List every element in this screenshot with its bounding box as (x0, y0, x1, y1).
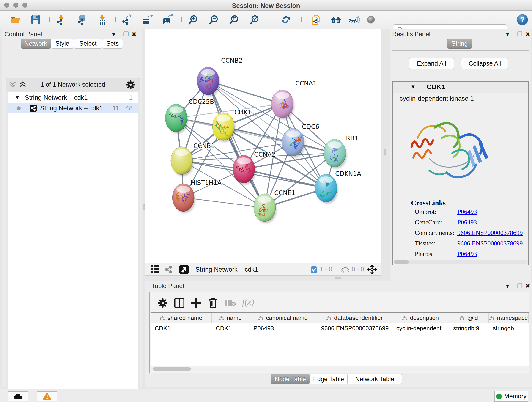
crosslink-value-link[interactable]: 9606.ENSP00000378699 (457, 240, 523, 247)
zoom-selected-icon[interactable] (248, 14, 260, 26)
table-cell[interactable]: CDK1 (212, 323, 249, 333)
table-cell[interactable]: cyclin-dependent ... (392, 323, 449, 333)
table-hscrollbar[interactable] (151, 367, 528, 371)
crosslink-value-link[interactable]: P06493 (457, 208, 477, 215)
right-splitter-handle[interactable] (384, 148, 386, 155)
column-header-description[interactable]: description (392, 313, 449, 323)
float-panel-icon[interactable]: ❐ (517, 283, 522, 289)
warning-button[interactable] (37, 391, 57, 401)
import-network-file-icon[interactable] (55, 14, 67, 26)
plus-icon[interactable] (191, 298, 201, 308)
column-header-canonicalname[interactable]: canonical name (249, 313, 317, 323)
import-table-icon[interactable] (96, 14, 108, 26)
network-tree-row[interactable]: String Network – cdk1 11 48 (8, 103, 138, 114)
help-icon[interactable]: ? (516, 14, 528, 26)
open-session-icon[interactable] (9, 14, 21, 26)
export-table-icon[interactable] (141, 14, 153, 26)
refresh-layout-icon[interactable] (280, 14, 292, 26)
network-edge[interactable] (208, 81, 265, 208)
column-header-name[interactable]: name (212, 313, 249, 323)
tab-string[interactable]: String (447, 38, 472, 49)
column-header-namespace[interactable]: namespace (489, 313, 529, 323)
network-node-cdc6[interactable] (282, 128, 305, 158)
network-node-cdk1[interactable] (212, 113, 235, 142)
cloud-button[interactable] (7, 391, 28, 401)
birdseye-icon[interactable] (179, 265, 189, 274)
expand-all-button[interactable]: Expand All (409, 58, 454, 69)
import-network-database-icon[interactable] (76, 14, 88, 26)
zoom-fit-icon[interactable] (228, 14, 240, 26)
gear-icon[interactable] (158, 298, 167, 308)
network-edge[interactable] (183, 198, 265, 208)
network-node-ccnb2[interactable] (197, 67, 220, 96)
float-panel-icon[interactable]: ❐ (517, 31, 522, 38)
network-canvas[interactable]: CCNB2CCNA1CDC25BCDK1CDC6RB1CCNB1CCNA2CDK… (145, 29, 381, 263)
table-hscroll-thumb[interactable] (153, 367, 191, 370)
results-hscrollbar[interactable] (394, 260, 528, 264)
zoom-out-icon[interactable] (208, 14, 220, 26)
bottom-splitter-handle[interactable] (335, 277, 341, 279)
network-node-cdkn1a[interactable] (315, 174, 338, 204)
column-header-id[interactable]: @id (449, 313, 489, 323)
hide-panel-icon[interactable] (348, 14, 360, 26)
crosslink-value-link[interactable]: P06493 (457, 250, 477, 257)
column-header-sharedname[interactable]: shared name (151, 313, 212, 323)
column-header-databaseidentifier[interactable]: database identifier (317, 313, 392, 323)
collapse-all-button[interactable]: Collapse All (461, 58, 508, 69)
table-cell[interactable]: CDK1 (151, 323, 212, 333)
network-node-ccne1[interactable] (254, 194, 277, 223)
close-panel-icon[interactable]: ✖ (525, 31, 530, 38)
network-tree-root-row[interactable]: ▼ String Network – cdk1 1 (8, 92, 138, 103)
network-node-hist1h1a[interactable] (172, 184, 195, 213)
export-image-icon[interactable] (162, 14, 173, 26)
float-panel-icon[interactable]: ❐ (123, 31, 128, 38)
share-icon[interactable] (165, 266, 172, 274)
collapse-panel-icon[interactable]: ▾ (112, 31, 115, 38)
memory-button[interactable]: Memory (494, 391, 528, 402)
collapse-panel-icon[interactable]: ▾ (506, 31, 509, 38)
collapse-panel-icon[interactable]: ▾ (506, 283, 509, 289)
zoom-in-icon[interactable] (187, 14, 199, 26)
network-edge[interactable] (244, 169, 326, 188)
network-node-rb1[interactable] (324, 139, 347, 169)
expand-all-networks-icon[interactable] (9, 81, 17, 89)
delete-table-icon[interactable] (225, 300, 236, 307)
fx-icon[interactable]: f(x) (242, 297, 254, 307)
crosslink-value-link[interactable]: 9606.ENSP00000378699 (457, 229, 523, 236)
network-graph[interactable]: CCNB2CCNA1CDC25BCDK1CDC6RB1CCNB1CCNA2CDK… (146, 29, 381, 263)
crosslink-value-link[interactable]: P06493 (457, 219, 477, 226)
tab-node-table[interactable]: Node Table (271, 374, 310, 384)
tab-edge-table[interactable]: Edge Table (310, 374, 347, 384)
hidden-eye-icon[interactable] (341, 266, 349, 273)
table-row[interactable]: CDK1CDK1P064939606.ENSP00000378699cyclin… (151, 323, 529, 333)
checkbox-icon[interactable] (311, 266, 317, 273)
results-hscroll-thumb[interactable] (394, 260, 409, 264)
network-node-ccna1[interactable] (271, 90, 294, 119)
table-cell[interactable]: stringdb (489, 323, 529, 333)
tab-sets[interactable]: Sets (102, 38, 123, 49)
entry-expander-icon[interactable]: ▼ (411, 84, 416, 90)
left-splitter-handle[interactable] (143, 204, 145, 211)
tab-select[interactable]: Select (74, 38, 102, 49)
table-cell[interactable]: 9606.ENSP00000378699 (317, 323, 392, 333)
tab-style[interactable]: Style (51, 38, 74, 49)
duplicate-network-icon[interactable] (310, 14, 322, 26)
tab-network-table[interactable]: Network Table (347, 374, 402, 384)
gear-icon[interactable] (126, 80, 135, 89)
close-panel-icon[interactable]: ✖ (525, 283, 530, 289)
eye-icon[interactable] (365, 14, 377, 26)
network-node-ccna2[interactable] (233, 155, 256, 185)
export-network-icon[interactable] (121, 14, 133, 26)
move-icon[interactable] (367, 265, 377, 274)
trash-icon[interactable] (208, 297, 217, 308)
table-cell[interactable]: stringdb:9... (449, 323, 489, 333)
collapse-all-networks-icon[interactable] (19, 81, 27, 89)
network-node-ccnb1[interactable] (171, 147, 194, 176)
save-session-icon[interactable] (30, 14, 42, 26)
tree-expander-icon[interactable]: ▼ (15, 95, 20, 101)
entry-header[interactable]: ▼ CDK1 (393, 82, 528, 93)
close-panel-icon[interactable]: ✖ (132, 31, 137, 38)
grid-icon[interactable] (151, 265, 159, 274)
tab-network[interactable]: Network (21, 38, 51, 49)
table-cell[interactable]: P06493 (249, 323, 317, 333)
